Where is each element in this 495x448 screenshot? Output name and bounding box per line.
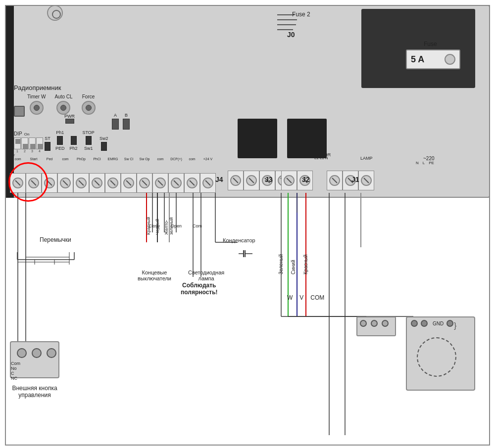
auto-cl-label: Auto CL <box>54 94 72 99</box>
wvc-labels: W V COM <box>287 294 324 301</box>
led-lamp-label: Светодиоднаялампа <box>188 269 224 281</box>
left-border <box>5 5 6 446</box>
top-border <box>5 5 490 6</box>
j0-area <box>267 10 307 44</box>
zheltoz-label: Желто-зеленый <box>164 210 174 235</box>
close-open-com-row: Close Open Com <box>148 224 202 228</box>
motor-box: GND } <box>406 316 475 391</box>
timer-w-label: Timer W <box>27 94 46 99</box>
a-indicator <box>112 119 119 130</box>
timer-w-button[interactable]: Timer W <box>27 94 46 115</box>
ext-btn3[interactable] <box>47 348 56 358</box>
kondensator-label: Конденсатор <box>223 237 255 243</box>
ext-btn1[interactable] <box>17 348 27 358</box>
krasny-label: Красный <box>146 210 151 235</box>
j3-label: J3 <box>265 176 273 183</box>
n-l-pe-row: NLPE <box>416 161 434 165</box>
main-container: Fuse 2 J0 Fuse 5 A Радиоприемник Timer W… <box>0 0 495 448</box>
close-label: Close <box>148 224 160 228</box>
j4-label: J4 <box>215 176 223 183</box>
dip-label: DIP <box>14 131 22 136</box>
force-label: Force <box>82 94 95 99</box>
stop-label: STOP <box>83 130 95 135</box>
dip-switches: DIP On 1 2 3 4 r <box>14 131 43 157</box>
peremychki-label: Перемычки <box>40 236 71 243</box>
bottom-border <box>5 445 490 446</box>
fuse5a-box: 5 A <box>406 49 460 69</box>
right-border <box>489 5 490 446</box>
gnd-label: GND <box>433 321 444 326</box>
fuse2-circle <box>47 5 63 21</box>
gnd-pin3 <box>446 320 453 327</box>
open-label: Open <box>171 224 182 228</box>
ext-sublabels: Com No C NC <box>11 361 20 381</box>
board-term-labels: com Start Ped com PhOp PhCl EMRG Sw Cl S… <box>10 157 216 161</box>
radio-label: Радиоприемник <box>14 84 61 91</box>
kondensator-symbol <box>239 246 253 263</box>
b-indicator <box>123 119 130 130</box>
end-switches-label: Концевыевыключатели <box>138 269 171 281</box>
polarity-label: Соблюдатьполярность! <box>181 282 218 296</box>
b-label: B <box>125 113 128 118</box>
j2-label: J2 <box>302 176 310 183</box>
motor-rotor <box>417 337 456 377</box>
force-button[interactable]: Force <box>82 94 96 115</box>
large-component-top-right <box>361 9 475 88</box>
siny-label: Синий <box>291 247 296 274</box>
fuse5a-screw <box>445 54 455 65</box>
st-label: ST <box>45 136 50 141</box>
com-label: COM <box>310 294 324 301</box>
terminal-strip-j4 <box>10 171 381 195</box>
lamp-pin3 <box>382 320 389 327</box>
dark-component-mid1 <box>238 119 277 158</box>
color-labels: Зеленый Синий Красный <box>278 247 308 274</box>
gnd-pin1 <box>411 320 418 327</box>
ph1-top-label: Ph1 <box>56 130 64 135</box>
j1-label: J1 <box>351 176 359 183</box>
w-label: W <box>287 294 293 301</box>
jumper-bracket <box>15 247 89 267</box>
pwr-label: PWR <box>64 114 75 119</box>
krasny2-label: Красный <box>303 247 308 274</box>
lamp-box <box>356 316 396 336</box>
com-wire-label: Com <box>193 224 202 228</box>
lamp-pin1 <box>360 320 367 327</box>
terminal-strip-j1 <box>327 171 374 190</box>
ext-btn2[interactable] <box>32 348 42 358</box>
pwr-rect <box>65 119 74 124</box>
dip-on-label: On <box>24 132 30 136</box>
button-group: Timer W Auto CL Force <box>27 94 96 115</box>
ext-button-label: Внешняя кнопка управления <box>5 385 64 399</box>
auto-cl-button[interactable]: Auto CL <box>54 94 72 115</box>
kchz-labels: Красный Черный Желто-зеленый <box>146 210 174 235</box>
ped-label: PED <box>55 146 65 151</box>
cherny-label: Черный <box>155 210 160 235</box>
zeleny-label: Зеленый <box>278 247 284 274</box>
lamp-pin2 <box>371 320 378 327</box>
lamp-label: LAMP <box>360 156 373 161</box>
ph2-label: Ph2 <box>70 146 78 151</box>
dark-component-mid2 <box>287 119 327 158</box>
a-label: A <box>114 113 117 118</box>
ab-indicators: A B <box>112 113 130 130</box>
sw2-label: Sw2 <box>99 136 108 141</box>
gnd-pin2 <box>421 320 428 327</box>
j0-label: J0 <box>287 31 295 39</box>
fuse5a-value: 5 A <box>411 54 424 65</box>
fuse-label: Fuse <box>424 41 437 47</box>
sw1-label: Sw1 <box>84 146 93 151</box>
red-circle-highlight <box>8 162 48 202</box>
pwr-indicator: PWR <box>64 114 75 124</box>
led-indicators: ST Ph1 PED Ph2 STOP Sw1 Sw2 <box>45 130 108 151</box>
v-label: V <box>299 294 303 301</box>
radio-button[interactable] <box>14 106 25 117</box>
